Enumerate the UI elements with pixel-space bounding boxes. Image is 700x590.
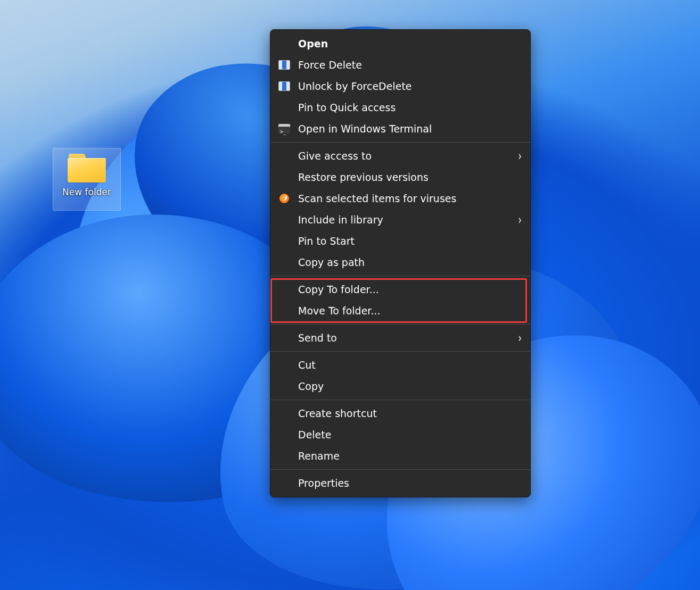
- menu-item-label: Properties: [298, 477, 522, 489]
- blank-icon: [277, 331, 292, 344]
- menu-item-open[interactable]: Open: [270, 33, 530, 54]
- menu-item-copy-to-folder[interactable]: Copy To folder...: [270, 279, 530, 300]
- menu-item-label: Open in Windows Terminal: [298, 123, 522, 135]
- fd-icon: [277, 59, 292, 71]
- blank-icon: [277, 235, 292, 247]
- blank-icon: [277, 359, 292, 371]
- menu-item-send-to[interactable]: Send to›: [270, 327, 530, 348]
- menu-item-label: Scan selected items for viruses: [298, 193, 522, 204]
- blank-icon: [277, 171, 292, 184]
- menu-item-label: Copy To folder...: [298, 284, 522, 295]
- menu-item-label: Include in library: [298, 214, 512, 226]
- menu-item-rename[interactable]: Rename: [270, 445, 530, 467]
- menu-item-label: Pin to Quick access: [298, 102, 522, 113]
- menu-item-label: Send to: [298, 332, 512, 344]
- chevron-right-icon: ›: [512, 213, 522, 227]
- menu-separator: [270, 469, 530, 470]
- blank-icon: [277, 450, 292, 462]
- blank-icon: [277, 428, 292, 441]
- blank-icon: [277, 101, 292, 114]
- blank-icon: [277, 256, 292, 269]
- avast-icon: [277, 192, 292, 205]
- menu-separator: [270, 400, 530, 400]
- menu-item-label: Open: [298, 38, 522, 49]
- menu-item-label: Cut: [298, 359, 522, 371]
- menu-item-label: Restore previous versions: [298, 171, 522, 183]
- menu-item-label: Force Delete: [298, 59, 522, 71]
- blank-icon: [277, 213, 292, 226]
- menu-item-label: Unlock by ForceDelete: [298, 80, 522, 92]
- blank-icon: [277, 380, 292, 393]
- fd-icon: [277, 80, 292, 93]
- context-menu[interactable]: OpenForce DeleteUnlock by ForceDeletePin…: [270, 29, 531, 497]
- menu-item-force-delete[interactable]: Force Delete: [270, 54, 530, 76]
- menu-item-pin-start[interactable]: Pin to Start: [270, 230, 530, 252]
- blank-icon: [277, 149, 292, 162]
- blank-icon: [277, 304, 292, 317]
- folder-icon: [68, 153, 106, 182]
- menu-item-label: Delete: [298, 429, 522, 441]
- blank-icon: [277, 477, 292, 489]
- menu-separator: [270, 276, 530, 276]
- desktop-folder-icon[interactable]: New folder: [53, 148, 121, 211]
- blank-icon: [277, 407, 292, 420]
- menu-item-delete[interactable]: Delete: [270, 424, 530, 445]
- menu-item-properties[interactable]: Properties: [270, 472, 530, 494]
- menu-item-open-terminal[interactable]: Open in Windows Terminal: [270, 118, 530, 139]
- menu-item-unlock-forcedelete[interactable]: Unlock by ForceDelete: [270, 76, 530, 97]
- menu-item-scan-viruses[interactable]: Scan selected items for viruses: [270, 188, 530, 209]
- chevron-right-icon: ›: [512, 149, 522, 163]
- menu-item-label: Move To folder...: [298, 305, 522, 317]
- menu-item-pin-quick-access[interactable]: Pin to Quick access: [270, 97, 530, 118]
- menu-separator: [270, 142, 530, 143]
- menu-item-give-access-to[interactable]: Give access to›: [270, 145, 530, 167]
- terminal-icon: [277, 122, 292, 135]
- menu-item-copy[interactable]: Copy: [270, 376, 530, 397]
- menu-item-label: Pin to Start: [298, 235, 522, 247]
- menu-item-restore-previous[interactable]: Restore previous versions: [270, 167, 530, 188]
- menu-item-label: Copy: [298, 380, 522, 392]
- menu-item-create-shortcut[interactable]: Create shortcut: [270, 403, 530, 424]
- menu-item-label: Create shortcut: [298, 408, 522, 419]
- desktop-icon-label: New folder: [62, 187, 111, 197]
- blank-icon: [277, 37, 292, 50]
- menu-item-label: Give access to: [298, 150, 512, 162]
- menu-item-cut[interactable]: Cut: [270, 354, 530, 376]
- menu-item-move-to-folder[interactable]: Move To folder...: [270, 300, 530, 321]
- chevron-right-icon: ›: [512, 331, 522, 345]
- menu-separator: [270, 324, 530, 325]
- menu-item-label: Rename: [298, 450, 522, 462]
- menu-item-include-library[interactable]: Include in library›: [270, 209, 530, 230]
- blank-icon: [277, 283, 292, 296]
- menu-separator: [270, 351, 530, 352]
- menu-item-label: Copy as path: [298, 256, 522, 268]
- menu-item-copy-as-path[interactable]: Copy as path: [270, 252, 530, 273]
